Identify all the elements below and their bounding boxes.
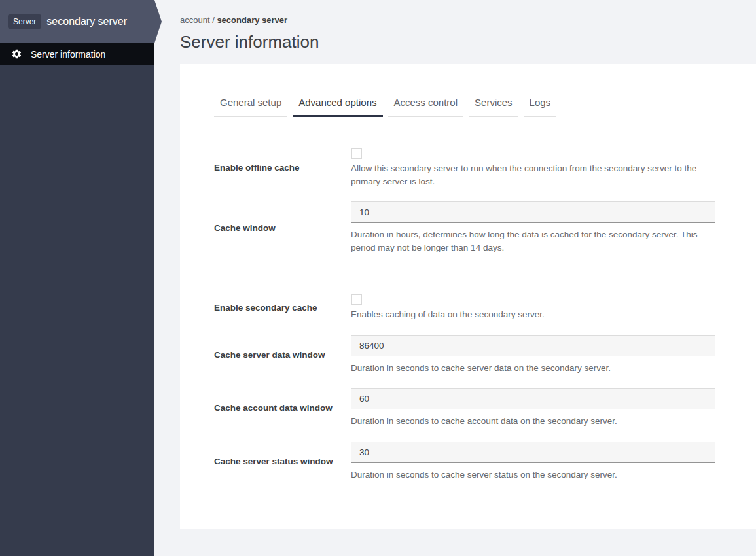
breadcrumb-separator: / xyxy=(210,15,217,25)
form-row-cache-server-data-window: Cache server data windowDuration in seco… xyxy=(214,335,715,375)
field-control: Duration in seconds to cache server data… xyxy=(351,335,715,375)
field-description: Duration in hours, determines how long t… xyxy=(351,228,715,254)
breadcrumb-parent[interactable]: account xyxy=(180,15,210,25)
tab-logs[interactable]: Logs xyxy=(524,90,557,117)
form: Enable offline cacheAllow this secondary… xyxy=(214,148,715,481)
input-cache-server-status-window[interactable] xyxy=(351,442,715,463)
page-title: Server information xyxy=(180,32,756,52)
form-row-enable-secondary-cache: Enable secondary cacheEnables caching of… xyxy=(214,294,715,321)
form-row-cache-account-data-window: Cache account data windowDuration in sec… xyxy=(214,388,715,428)
tab-access-control[interactable]: Access control xyxy=(388,90,464,117)
field-control: Duration in seconds to cache server stat… xyxy=(351,442,715,481)
sidebar-item-server-information[interactable]: Server information xyxy=(0,43,154,65)
input-cache-account-data-window[interactable] xyxy=(351,388,715,409)
breadcrumb-current: secondary server xyxy=(217,15,287,25)
field-label: Cache server status window xyxy=(214,457,351,466)
field-label: Cache window xyxy=(214,223,351,233)
sidebar: Server secondary server Server informati… xyxy=(0,0,154,556)
field-description: Duration in seconds to cache account dat… xyxy=(351,415,715,428)
checkbox-enable-offline-cache[interactable] xyxy=(351,148,362,159)
field-label: Enable offline cache xyxy=(214,163,351,173)
tab-advanced-options[interactable]: Advanced options xyxy=(293,90,382,117)
tab-general-setup[interactable]: General setup xyxy=(214,90,287,117)
form-row-enable-offline-cache: Enable offline cacheAllow this secondary… xyxy=(214,148,715,188)
tabs: General setupAdvanced optionsAccess cont… xyxy=(214,90,715,117)
field-label: Cache server data window xyxy=(214,350,351,360)
field-label: Cache account data window xyxy=(214,403,351,413)
field-description: Duration in seconds to cache server stat… xyxy=(351,468,715,481)
gear-icon xyxy=(11,48,22,60)
input-cache-window[interactable] xyxy=(351,201,715,223)
form-row-cache-window: Cache windowDuration in hours, determine… xyxy=(214,201,715,254)
field-control: Duration in hours, determines how long t… xyxy=(351,201,715,254)
form-row-cache-server-status-window: Cache server status windowDuration in se… xyxy=(214,442,715,481)
sidebar-header: Server secondary server xyxy=(0,0,162,43)
server-name: secondary server xyxy=(46,16,127,27)
settings-card: General setupAdvanced optionsAccess cont… xyxy=(180,64,756,529)
input-cache-server-data-window[interactable] xyxy=(351,335,715,356)
main-content: account / secondary server Server inform… xyxy=(154,0,756,556)
server-badge: Server xyxy=(8,14,41,29)
tab-services[interactable]: Services xyxy=(469,90,518,117)
field-control: Allow this secondary server to run when … xyxy=(351,148,715,188)
checkbox-enable-secondary-cache[interactable] xyxy=(351,294,362,305)
field-control: Enables caching of data on the secondary… xyxy=(351,294,715,321)
field-label: Enable secondary cache xyxy=(214,303,351,313)
field-description: Allow this secondary server to run when … xyxy=(351,162,715,188)
field-description: Enables caching of data on the secondary… xyxy=(351,308,715,321)
field-description: Duration in seconds to cache server data… xyxy=(351,362,715,375)
sidebar-menu: Server information xyxy=(0,43,154,65)
breadcrumb: account / secondary server xyxy=(180,15,756,25)
field-control: Duration in seconds to cache account dat… xyxy=(351,388,715,428)
sidebar-item-label: Server information xyxy=(31,49,105,60)
